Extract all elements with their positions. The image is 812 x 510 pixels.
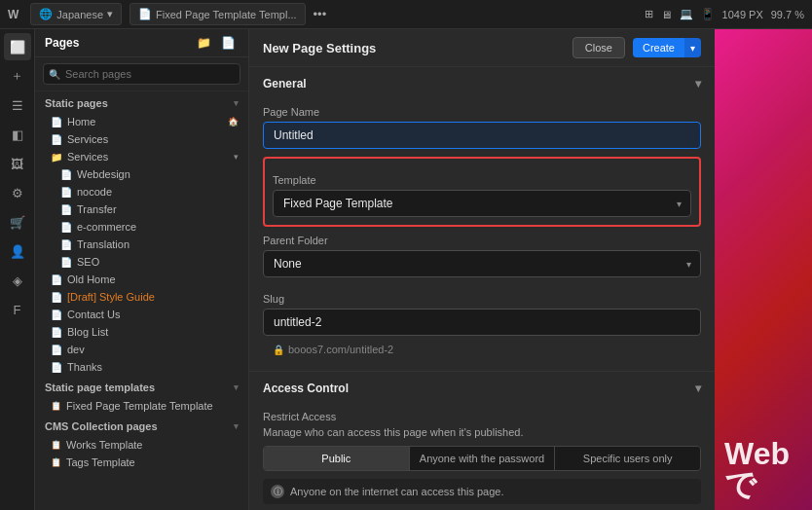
cms-icon[interactable]: ⚙ <box>4 179 31 206</box>
folder-chevron: ▾ <box>234 152 239 162</box>
page-icon-thanks: 📄 <box>51 362 62 373</box>
lang-label: Japanese <box>56 9 103 20</box>
static-templates-section-header[interactable]: Static page templates ▾ <box>35 376 248 397</box>
cms-section-header[interactable]: CMS Collection pages ▾ <box>35 415 248 436</box>
page-icon-dev: 📄 <box>51 345 62 355</box>
static-pages-chevron: ▾ <box>234 98 239 108</box>
page-item-dev[interactable]: 📄 dev <box>35 341 248 358</box>
logic-icon[interactable]: ◈ <box>4 267 31 294</box>
page-icon-contact-us: 📄 <box>51 310 62 320</box>
page-icon-webdesign: 📄 <box>60 169 72 180</box>
page-item-works-template[interactable]: 📋 Works Template <box>35 436 248 454</box>
page-name-input[interactable] <box>263 122 701 149</box>
template-label: Template <box>273 174 691 186</box>
close-button[interactable]: Close <box>572 37 625 58</box>
page-icon-transfer: 📄 <box>60 204 72 215</box>
page-icon-translation: 📄 <box>60 239 72 250</box>
page-item-nocode[interactable]: 📄 nocode <box>35 183 248 200</box>
page-item-style-guide[interactable]: 📄 [Draft] Style Guide <box>35 288 248 306</box>
template-box: Template Fixed Page Template ▾ <box>263 157 701 227</box>
create-button[interactable]: Create <box>633 38 684 57</box>
page-item-services-1[interactable]: 📄 Services <box>35 130 248 148</box>
page-item-ecommerce[interactable]: 📄 e-commerce <box>35 218 248 236</box>
slug-label: Slug <box>263 293 701 305</box>
page-icon-seo: 📄 <box>60 257 72 268</box>
mobile-icon[interactable]: 📱 <box>701 8 715 20</box>
page-item-webdesign[interactable]: 📄 Webdesign <box>35 165 248 183</box>
slug-input[interactable] <box>263 309 701 336</box>
page-item-tags-template[interactable]: 📋 Tags Template <box>35 454 248 471</box>
page-icon-blog-list: 📄 <box>51 327 62 338</box>
general-section-header[interactable]: General ▾ <box>249 67 715 98</box>
pages-icon[interactable]: ⬜ <box>4 33 31 60</box>
page-doc-icon: 📄 <box>138 8 152 20</box>
main-panel: New Page Settings Close Create ▾ General… <box>249 29 715 510</box>
access-tab-public[interactable]: Public <box>264 447 410 470</box>
webflow-logo: W <box>8 8 18 21</box>
parent-folder-select[interactable]: None <box>263 250 701 277</box>
general-section-content: Page Name Template Fixed Page Template ▾ <box>249 106 715 371</box>
page-item-blog-list[interactable]: 📄 Blog List <box>35 323 248 341</box>
restrict-access-label: Restrict Access <box>263 411 701 422</box>
page-icon-home: 📄 <box>51 117 62 128</box>
tablet-icon[interactable]: 💻 <box>680 8 693 20</box>
cms-section-label: CMS Collection pages <box>45 420 158 432</box>
access-tabs: Public Anyone with the password Specific… <box>263 446 701 471</box>
lang-icon: 🌐 <box>39 8 53 20</box>
static-pages-section-header[interactable]: Static pages ▾ <box>35 91 248 113</box>
page-icon-style-guide: 📄 <box>51 292 62 303</box>
page-name-label: Page Name <box>263 106 701 118</box>
search-input[interactable] <box>43 63 240 85</box>
home-icon: 🏠 <box>228 117 239 127</box>
page-item-transfer[interactable]: 📄 Transfer <box>35 200 248 218</box>
page-item-home[interactable]: 📄 Home 🏠 <box>35 113 248 130</box>
template-icon-tags: 📋 <box>51 457 61 467</box>
sidebar-header-icons: 📁 📄 <box>194 35 239 51</box>
page-item-thanks[interactable]: 📄 Thanks <box>35 358 248 376</box>
apps-icon[interactable]: F <box>4 296 31 323</box>
parent-folder-select-wrapper: None ▾ <box>263 250 701 285</box>
more-icon[interactable]: ••• <box>314 7 327 21</box>
page-item-translation[interactable]: 📄 Translation <box>35 236 248 253</box>
access-tab-specific[interactable]: Specific users only <box>555 447 700 470</box>
access-tab-password[interactable]: Anyone with the password <box>410 447 556 470</box>
restrict-desc: Manage who can access this page when it'… <box>263 426 701 438</box>
desktop-icon[interactable]: 🖥 <box>661 9 672 20</box>
page-icon-old-home: 📄 <box>51 274 62 285</box>
page-item-seo[interactable]: 📄 SEO <box>35 253 248 271</box>
cms-section-chevron: ▾ <box>234 421 239 431</box>
page-item-services-folder[interactable]: 📁 Services ▾ <box>35 148 248 165</box>
access-section-header[interactable]: Access Control ▾ <box>249 372 715 403</box>
ecom-icon[interactable]: 🛒 <box>4 208 31 236</box>
lang-chevron: ▾ <box>107 8 113 20</box>
general-label: General <box>263 77 307 91</box>
sidebar-header: Pages 📁 📄 <box>35 29 248 57</box>
icon-bar: ⬜ ＋ ☰ ◧ 🖼 ⚙ 🛒 👤 ◈ F <box>0 29 35 510</box>
add-folder-icon[interactable]: 📁 <box>194 35 214 51</box>
create-arrow-button[interactable]: ▾ <box>684 38 701 57</box>
page-tab-label: Fixed Page Template Templ... <box>156 9 297 20</box>
general-chevron: ▾ <box>695 77 701 91</box>
create-button-group: Create ▾ <box>633 38 701 57</box>
add-page-icon[interactable]: 📄 <box>218 35 239 51</box>
info-icon: ⓘ <box>271 485 284 498</box>
page-item-old-home[interactable]: 📄 Old Home <box>35 271 248 288</box>
page-item-contact-us[interactable]: 📄 Contact Us <box>35 306 248 323</box>
panel-actions: Close Create ▾ <box>572 37 701 58</box>
template-select[interactable]: Fixed Page Template <box>273 190 691 217</box>
assets-icon[interactable]: 🖼 <box>4 150 31 177</box>
page-tab[interactable]: 📄 Fixed Page Template Templ... <box>129 3 306 25</box>
lang-tab[interactable]: 🌐 Japanese ▾ <box>30 3 122 25</box>
users-icon[interactable]: 👤 <box>4 237 31 265</box>
components-icon[interactable]: ◧ <box>4 121 31 148</box>
lock-icon: 🔒 <box>273 345 284 355</box>
page-icon-ecommerce: 📄 <box>60 222 72 233</box>
template-select-wrapper: Fixed Page Template ▾ <box>273 190 691 217</box>
add-icon[interactable]: ⊞ <box>645 8 653 20</box>
resolution-display: 1049 PX <box>722 9 763 20</box>
add-icon[interactable]: ＋ <box>4 62 31 90</box>
page-item-fixed-template[interactable]: 📋 Fixed Page Template Template <box>35 397 248 415</box>
slug-url-display: 🔒 booos7.com/untitled-2 <box>263 340 701 359</box>
page-icon-nocode: 📄 <box>60 187 72 198</box>
menu-icon[interactable]: ☰ <box>4 91 31 119</box>
